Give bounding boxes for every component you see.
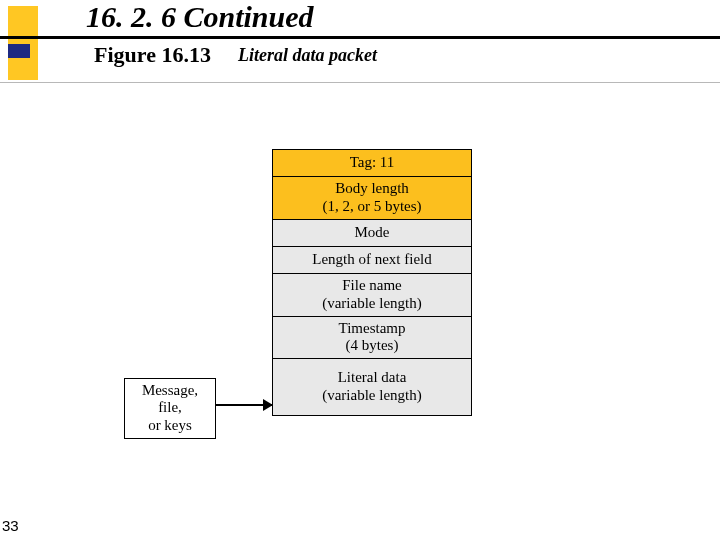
packet-field-timestamp: Timestamp (4 bytes) xyxy=(272,316,472,360)
packet-field-body-length: Body length (1, 2, or 5 bytes) xyxy=(272,176,472,220)
packet-field-text: Body length xyxy=(275,180,469,197)
page-number: 33 xyxy=(2,517,19,534)
packet-field-tag: Tag: 11 xyxy=(272,149,472,177)
input-source-text: file, xyxy=(127,399,213,416)
rule-top xyxy=(0,36,720,39)
packet-field-literal-data: Literal data (variable length) xyxy=(272,358,472,416)
packet-field-text: Literal data xyxy=(275,369,469,386)
packet-field-text: (variable length) xyxy=(275,387,469,404)
rule-sub xyxy=(0,82,720,83)
slide-bullet-decor xyxy=(8,6,38,80)
packet-field-text: Length of next field xyxy=(312,251,432,267)
figure-caption: Literal data packet xyxy=(238,45,377,66)
figure-label: Figure 16.13 xyxy=(94,42,211,68)
packet-field-text: Tag: 11 xyxy=(350,154,395,170)
packet-field-text: Mode xyxy=(355,224,390,240)
packet-field-next-length: Length of next field xyxy=(272,246,472,274)
packet-diagram: Tag: 11 Body length (1, 2, or 5 bytes) M… xyxy=(272,150,472,416)
input-source-text: Message, xyxy=(127,382,213,399)
arrow-right-icon xyxy=(216,404,272,406)
packet-field-text: (variable length) xyxy=(275,295,469,312)
packet-field-text: (4 bytes) xyxy=(275,337,469,354)
section-title: 16. 2. 6 Continued xyxy=(86,0,314,34)
slide-bullet-decor-inner xyxy=(8,44,30,58)
input-source-text: or keys xyxy=(127,417,213,434)
packet-field-text: (1, 2, or 5 bytes) xyxy=(275,198,469,215)
packet-field-file-name: File name (variable length) xyxy=(272,273,472,317)
packet-field-text: Timestamp xyxy=(275,320,469,337)
input-source-box: Message, file, or keys xyxy=(124,378,216,439)
packet-field-mode: Mode xyxy=(272,219,472,247)
packet-field-text: File name xyxy=(275,277,469,294)
